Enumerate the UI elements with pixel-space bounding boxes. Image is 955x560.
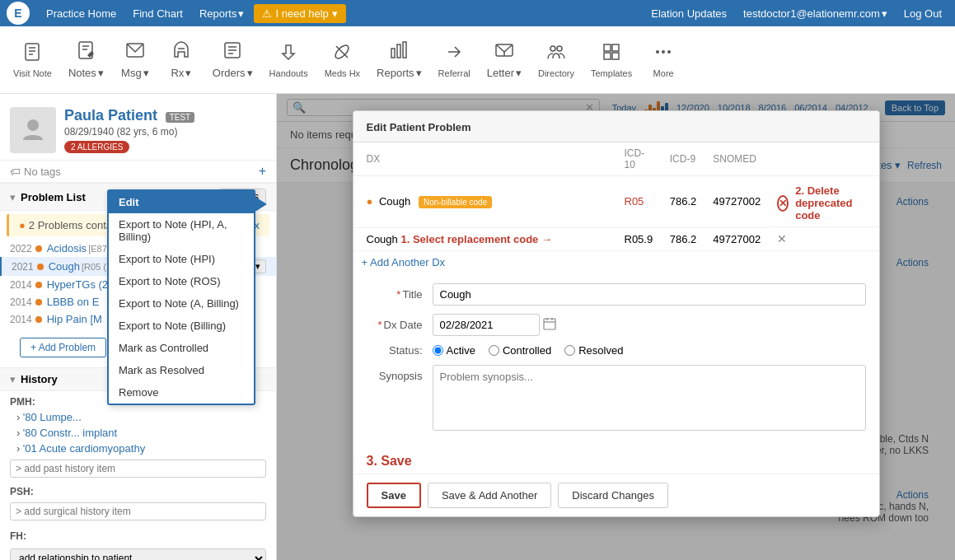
svg-point-20	[550, 46, 555, 51]
pmh-link-1[interactable]: '80 Constr... implant	[23, 427, 117, 439]
edit-patient-problem-modal: Edit Patient Problem DX ICD-10 ICD-9 SNO…	[353, 110, 880, 517]
letter-btn[interactable]: Letter▾	[480, 37, 528, 82]
menu-mark-resolved[interactable]: Mark as Resolved	[109, 359, 254, 381]
more-btn[interactable]: More	[642, 39, 685, 82]
menu-arrow	[254, 196, 267, 212]
expand-icon-2[interactable]: ›	[16, 442, 20, 455]
allergy-badge[interactable]: 2 ALLERGIES	[64, 141, 129, 153]
expand-icon-1[interactable]: ›	[16, 427, 20, 439]
delete-circle-btn-0[interactable]: ✕	[777, 195, 789, 212]
status-active-radio[interactable]	[433, 345, 443, 356]
expand-icon[interactable]: ›	[16, 411, 20, 423]
reports-btn[interactable]: Reports▾	[370, 37, 428, 82]
svg-point-21	[557, 46, 562, 51]
add-problem-button[interactable]: + Add Problem	[20, 338, 106, 357]
menu-export-hpi[interactable]: Export to Note (HPI)	[109, 248, 254, 270]
add-tag-button[interactable]: +	[259, 164, 266, 179]
calendar-icon[interactable]	[543, 317, 556, 333]
dx-date-row: Dx Date	[367, 314, 866, 336]
status-resolved-option[interactable]: Resolved	[564, 344, 623, 357]
main-layout: Paula Patient TEST 08/29/1940 (82 yrs, 6…	[0, 94, 955, 560]
nav-reports[interactable]: Reports ▾	[193, 4, 251, 23]
delete-instruction: 2. Delete deprecated code	[795, 184, 870, 222]
sidebar: Paula Patient TEST 08/29/1940 (82 yrs, 6…	[0, 94, 277, 560]
add-another-dx-link[interactable]: + Add Another Dx	[353, 251, 454, 273]
problem-year-cough: 2021	[12, 261, 34, 273]
pmh-link-0[interactable]: '80 Lumpe...	[23, 411, 82, 423]
orders-label: Orders▾	[213, 67, 253, 79]
save-add-another-button[interactable]: Save & Add Another	[428, 483, 551, 508]
directory-icon	[546, 42, 566, 67]
problem-cough-link[interactable]: Cough	[49, 260, 80, 273]
more-label: More	[653, 68, 674, 78]
menu-export-hpi-billing[interactable]: Export to Note (HPI, A, Billing)	[109, 213, 254, 248]
pmh-item-1: › '80 Constr... implant	[0, 425, 276, 441]
templates-icon	[602, 42, 621, 67]
orders-btn[interactable]: Orders▾	[206, 37, 260, 82]
msg-label: Msg▾	[121, 67, 149, 79]
status-resolved-radio[interactable]	[564, 345, 575, 356]
visit-note-label: Visit Note	[13, 68, 52, 78]
svg-rect-0	[26, 44, 39, 60]
status-resolved-label: Resolved	[578, 344, 623, 357]
fh-relationship-select[interactable]: add relationship to patient	[10, 548, 266, 560]
notes-btn[interactable]: Notes▾	[62, 37, 110, 82]
visit-note-btn[interactable]: Visit Note	[7, 39, 59, 82]
referral-btn[interactable]: Referral	[432, 39, 477, 82]
delete-x-btn-1[interactable]: ✕	[777, 232, 787, 245]
handouts-btn[interactable]: Handouts	[263, 39, 315, 82]
save-button[interactable]: Save	[367, 483, 421, 508]
dx-row-1-name: Cough 1. Select replacement code →	[353, 227, 616, 251]
patient-avatar	[10, 107, 56, 153]
meds-hx-btn[interactable]: Meds Hx	[318, 39, 367, 82]
svg-rect-23	[612, 44, 619, 51]
logout-link[interactable]: Log Out	[897, 4, 948, 23]
menu-edit[interactable]: Edit	[109, 191, 254, 213]
menu-export-ros[interactable]: Export to Note (ROS)	[109, 270, 254, 292]
app-logo: E	[7, 2, 30, 25]
problem-hip-link[interactable]: Hip Pain [M	[47, 313, 102, 325]
status-active-option[interactable]: Active	[433, 344, 475, 357]
dx-date-input[interactable]	[433, 314, 540, 336]
patient-name-row: Paula Patient TEST	[64, 107, 194, 124]
problem-acidosis-link[interactable]: Acidosis	[47, 242, 87, 254]
modal-header: Edit Patient Problem	[353, 111, 879, 142]
toolbar: Visit Note Notes▾ Msg▾ Rx▾ Orders▾	[0, 26, 955, 94]
directory-btn[interactable]: Directory	[531, 39, 581, 82]
notes-label: Notes▾	[68, 67, 104, 79]
status-controlled-radio[interactable]	[489, 345, 499, 356]
problem-list-chevron[interactable]: ▾	[10, 191, 16, 203]
dx-table-header-row: DX ICD-10 ICD-9 SNOMED	[353, 142, 879, 176]
svg-point-27	[662, 50, 665, 54]
status-controlled-label: Controlled	[503, 344, 551, 357]
menu-export-billing[interactable]: Export to Note (Billing)	[109, 315, 254, 337]
svg-point-29	[27, 119, 39, 131]
non-billable-badge: Non-billable code	[419, 196, 492, 208]
nav-practice-home[interactable]: Practice Home	[40, 4, 123, 23]
history-chevron[interactable]: ▾	[10, 373, 16, 385]
elation-updates-link[interactable]: Elation Updates	[644, 4, 733, 23]
menu-mark-controlled[interactable]: Mark as Controlled	[109, 337, 254, 359]
templates-btn[interactable]: Templates	[584, 39, 639, 82]
rx-btn[interactable]: Rx▾	[160, 37, 203, 82]
add-past-history-input[interactable]	[10, 460, 266, 478]
menu-export-a-billing[interactable]: Export to Note (A, Billing)	[109, 292, 254, 315]
problem-dot	[35, 245, 42, 252]
help-button[interactable]: ⚠ I need help ▾	[254, 4, 345, 23]
svg-line-14	[336, 46, 348, 58]
title-input[interactable]	[433, 283, 866, 306]
status-controlled-option[interactable]: Controlled	[489, 344, 551, 357]
discard-changes-button[interactable]: Discard Changes	[558, 483, 668, 508]
msg-btn[interactable]: Msg▾	[114, 37, 157, 82]
add-surgical-history-input[interactable]	[10, 502, 266, 520]
icd9-col-header: ICD-9	[662, 142, 705, 176]
problem-year: 2022	[10, 243, 32, 254]
user-menu-link[interactable]: testdoctor1@elationemr.com ▾	[737, 4, 894, 23]
synopsis-textarea[interactable]	[433, 365, 866, 431]
status-active-label: Active	[447, 344, 475, 357]
problem-lbbb-link[interactable]: LBBB on E	[47, 296, 100, 308]
menu-remove[interactable]: Remove	[109, 381, 254, 404]
pmh-link-2[interactable]: '01 Acute cardiomyopathy	[23, 442, 145, 455]
nav-find-chart[interactable]: Find Chart	[126, 4, 190, 23]
meds-hx-label: Meds Hx	[325, 68, 360, 78]
